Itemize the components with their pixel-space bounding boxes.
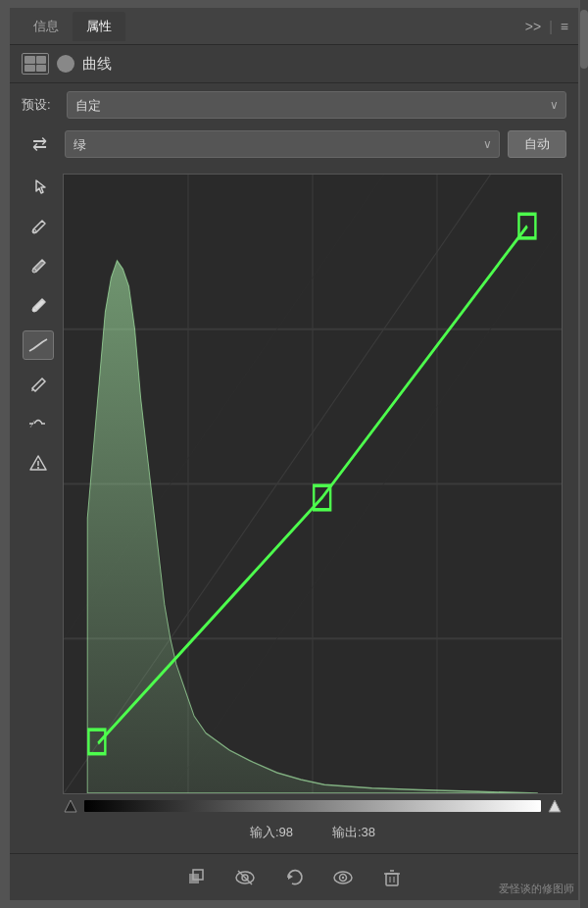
tool-eyedropper-black[interactable] [23, 213, 54, 242]
eyedropper-black-icon [28, 218, 48, 237]
panel-title: 曲线 [82, 55, 112, 74]
tab-properties[interactable]: 属性 [73, 12, 125, 41]
preset-label: 预设: [22, 96, 57, 114]
gradient-bar[interactable] [84, 800, 541, 812]
input-value: 输入:98 [250, 824, 293, 841]
auto-button[interactable]: 自动 [508, 130, 566, 158]
svg-line-14 [171, 227, 562, 793]
tab-bar: 信息 属性 >> | ≡ [10, 8, 578, 45]
curve-icon [27, 335, 49, 355]
pointer-icon [28, 178, 48, 198]
bottom-toolbar [10, 853, 578, 900]
clip-layer-icon [185, 867, 207, 888]
preset-select-wrapper[interactable]: 自定 默认 线性对比度 中等对比度 强对比度 [67, 91, 566, 119]
curve-container: 输入:98 输出:38 [59, 166, 570, 853]
menu-icon[interactable]: ≡ [561, 19, 568, 34]
view-button[interactable] [328, 863, 358, 892]
channel-row: ⇄ RGB 红 绿 蓝 自动 [10, 126, 578, 166]
svg-rect-29 [386, 874, 398, 885]
svg-point-1 [32, 269, 36, 273]
tool-clipping-warning[interactable] [23, 448, 54, 478]
curve-svg [64, 175, 562, 793]
channel-left: ⇄ [22, 133, 57, 155]
white-triangle-icon [548, 798, 562, 814]
main-area: 输入:98 输出:38 [10, 166, 578, 853]
pencil-icon [28, 375, 48, 394]
left-toolbar [18, 166, 59, 853]
tab-info[interactable]: 信息 [20, 12, 73, 41]
svg-marker-19 [549, 800, 561, 812]
tool-curve[interactable] [23, 330, 54, 360]
scrollbar[interactable] [580, 0, 588, 908]
svg-point-2 [32, 308, 36, 312]
eyedropper-white-icon [28, 296, 48, 316]
black-point-slider[interactable] [63, 798, 78, 814]
panel-type-icon [22, 53, 49, 75]
io-row: 输入:98 输出:38 [63, 816, 563, 853]
watermark: 爱怪谈的修图师 [499, 882, 574, 896]
expand-icon[interactable]: >> [525, 19, 541, 34]
output-value: 输出:38 [332, 824, 375, 841]
mask-circle-icon [57, 55, 74, 73]
tool-pointer[interactable] [23, 174, 54, 203]
channel-select-wrapper[interactable]: RGB 红 绿 蓝 [65, 130, 500, 158]
svg-marker-25 [288, 874, 293, 880]
svg-point-28 [342, 876, 344, 878]
visibility-mask-button[interactable] [230, 863, 260, 892]
svg-point-5 [37, 467, 39, 469]
eyedropper-gray-icon [28, 257, 48, 277]
visibility-mask-icon [234, 867, 256, 888]
preset-row: 预设: 自定 默认 线性对比度 中等对比度 强对比度 [10, 83, 578, 126]
curve-canvas[interactable] [63, 174, 563, 794]
delete-icon [381, 867, 403, 888]
tab-icons: >> | ≡ [525, 19, 568, 34]
tool-pencil[interactable] [23, 370, 54, 399]
clip-to-layer-button[interactable] [181, 863, 211, 892]
properties-panel: 信息 属性 >> | ≡ 曲线 预设: 自定 默认 线性对比度 中等对比度 强对… [10, 8, 578, 900]
view-icon [332, 867, 354, 888]
warning-icon [28, 453, 48, 473]
tool-eyedropper-gray[interactable] [23, 252, 54, 281]
svg-marker-18 [65, 800, 76, 812]
channel-arrow-icon: ⇄ [32, 133, 47, 155]
white-point-slider[interactable] [547, 798, 563, 814]
scrollbar-thumb[interactable] [580, 10, 588, 69]
preset-select[interactable]: 自定 默认 线性对比度 中等对比度 强对比度 [67, 91, 566, 119]
gradient-bar-row [63, 794, 563, 816]
undo-icon [283, 867, 305, 888]
divider: | [549, 19, 553, 34]
svg-rect-20 [189, 874, 199, 883]
tool-eyedropper-white[interactable] [23, 291, 54, 321]
delete-button[interactable] [377, 863, 407, 892]
tool-smooth[interactable] [23, 409, 54, 438]
black-triangle-icon [64, 798, 77, 814]
undo-button[interactable] [279, 863, 309, 892]
channel-select[interactable]: RGB 红 绿 蓝 [65, 130, 500, 158]
smooth-icon [27, 414, 49, 433]
panel-header: 曲线 [10, 45, 578, 83]
